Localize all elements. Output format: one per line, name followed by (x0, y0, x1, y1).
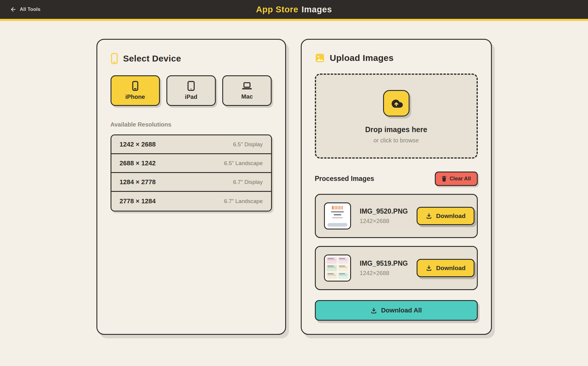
processed-file-row: IMG_9519.PNG 1242×2688 Download (315, 246, 478, 290)
trash-icon (442, 176, 447, 182)
device-button-label: iPhone (125, 94, 145, 100)
clear-all-label: Clear All (450, 176, 471, 182)
processed-file-row: IMG_9520.PNG 1242×2688 Download (315, 194, 478, 238)
card-grid-screenshot-thumbnail (324, 254, 351, 282)
processed-images-header: Processed Images Clear All (315, 172, 478, 186)
resolution-row[interactable]: 1284 × 2778 6.7" Display (111, 173, 271, 192)
main-content: Select Device iPhone iPad Mac (0, 21, 588, 335)
back-label: All Tools (20, 6, 41, 12)
device-button-label: iPad (185, 94, 197, 100)
select-device-panel: Select Device iPhone iPad Mac (96, 39, 286, 335)
smartphone-icon (131, 81, 140, 91)
device-button-mac[interactable]: Mac (222, 75, 272, 106)
device-button-iphone[interactable]: iPhone (111, 75, 160, 106)
file-name: IMG_9520.PNG (360, 207, 408, 215)
clear-all-button[interactable]: Clear All (435, 172, 477, 186)
dropzone-subheading: or click to browse (373, 137, 419, 144)
device-buttons: iPhone iPad Mac (111, 75, 272, 106)
file-name: IMG_9519.PNG (360, 259, 408, 267)
download-button[interactable]: Download (417, 259, 475, 277)
file-resolution: 1242×2688 (360, 270, 408, 277)
resolution-size: 1284 × 2778 (120, 178, 156, 186)
available-resolutions-label: Available Resolutions (111, 121, 272, 128)
resolution-row[interactable]: 2688 × 1242 6.5" Landscape (111, 154, 271, 173)
page-title-accent: App Store (256, 5, 298, 14)
resolution-row[interactable]: 2778 × 1284 6.7" Landscape (111, 192, 271, 211)
resolution-note: 6.5" Landscape (224, 160, 263, 167)
resolution-note: 6.7" Display (233, 179, 263, 185)
processed-images-label: Processed Images (315, 175, 374, 183)
page-title: App StoreImages (0, 5, 588, 14)
select-device-title: Select Device (123, 54, 181, 64)
download-all-label: Download All (381, 307, 422, 314)
file-info: IMG_9520.PNG 1242×2688 (360, 207, 408, 224)
back-link[interactable]: All Tools (10, 6, 41, 13)
resolution-row[interactable]: 1242 × 2688 6.5" Display (111, 135, 271, 154)
receipt-screenshot-thumbnail (324, 202, 351, 229)
upload-title: Upload Images (330, 53, 394, 63)
device-button-ipad[interactable]: iPad (166, 75, 216, 106)
upload-panel: Upload Images Drop images here or click … (301, 39, 492, 335)
image-icon (315, 53, 325, 63)
laptop-icon (242, 81, 252, 91)
resolution-note: 6.5" Display (233, 141, 263, 148)
file-resolution: 1242×2688 (360, 218, 408, 224)
download-all-button[interactable]: Download All (315, 300, 478, 321)
dropzone-heading: Drop images here (365, 125, 427, 134)
smartphone-icon (111, 53, 118, 64)
select-device-header: Select Device (111, 53, 272, 64)
upload-header: Upload Images (315, 53, 478, 63)
download-icon (370, 307, 377, 314)
resolution-size: 2778 × 1284 (120, 197, 156, 205)
download-icon (426, 213, 432, 219)
resolution-size: 1242 × 2688 (120, 141, 156, 148)
accent-stripe (0, 19, 588, 21)
tablet-icon (186, 81, 196, 91)
resolution-list: 1242 × 2688 6.5" Display 2688 × 1242 6.5… (111, 134, 272, 212)
dropzone[interactable]: Drop images here or click to browse (315, 74, 478, 159)
device-button-label: Mac (241, 93, 253, 100)
download-icon (426, 265, 432, 271)
cloud-upload-icon (383, 90, 410, 117)
download-label: Download (436, 212, 465, 219)
resolution-note: 6.7" Landscape (224, 198, 263, 204)
download-label: Download (436, 264, 465, 272)
download-button[interactable]: Download (417, 207, 475, 225)
resolution-size: 2688 × 1242 (120, 159, 156, 167)
top-bar: All Tools App StoreImages (0, 0, 588, 19)
page-title-rest: Images (302, 5, 332, 14)
arrow-left-icon (10, 6, 16, 13)
file-info: IMG_9519.PNG 1242×2688 (360, 259, 408, 277)
